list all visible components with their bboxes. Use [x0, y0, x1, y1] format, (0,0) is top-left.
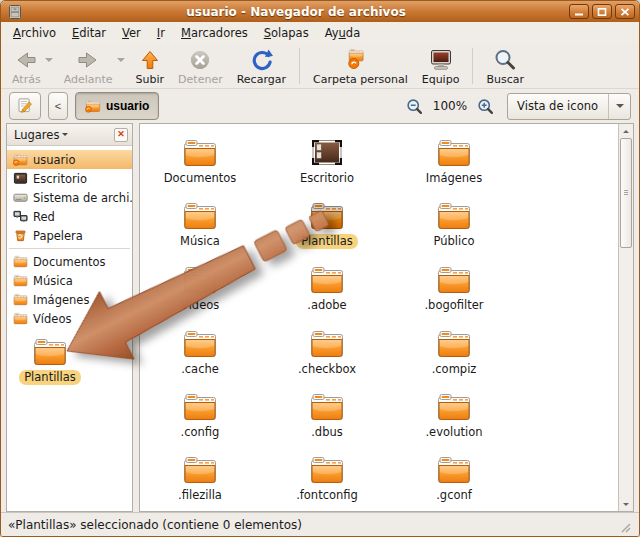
view-mode-select[interactable]: Vista de icono — [507, 93, 631, 120]
desktop-icon — [13, 171, 28, 186]
sidebar-item-sistema-de-archi-[interactable]: Sistema de archi... — [7, 188, 132, 207]
toolbar-button-detener[interactable]: Detener — [171, 44, 230, 88]
toolbar-button-adelante[interactable]: Adelante — [57, 44, 120, 88]
window-title: usuario - Navegador de archivos — [23, 5, 569, 19]
toolbar-button-equipo[interactable]: Equipo — [415, 44, 467, 88]
file-item-escritorio[interactable]: Escritorio — [267, 137, 387, 186]
file-item-dot-gconf[interactable]: .gconf — [394, 454, 514, 503]
file-item-dot-filezilla[interactable]: .filezilla — [140, 454, 260, 503]
folder — [436, 328, 472, 360]
sidebar-close-button[interactable]: ✕ — [114, 128, 128, 142]
sidebar-item-vídeos[interactable]: Vídeos — [7, 309, 132, 328]
chevron-down-icon — [609, 94, 630, 119]
zoom-level: 100% — [430, 99, 470, 113]
minimize-button[interactable] — [569, 4, 589, 19]
network-icon — [13, 209, 28, 224]
folder — [436, 391, 472, 423]
file-item-dot-fontconfig[interactable]: .fontconfig — [267, 454, 387, 503]
folder — [182, 454, 218, 486]
vertical-scrollbar[interactable] — [618, 124, 633, 511]
file-item-partial[interactable] — [267, 508, 387, 511]
path-button-usuario[interactable]: usuario — [75, 92, 159, 120]
forward-icon — [76, 48, 100, 72]
reload-icon — [249, 48, 273, 72]
folder — [309, 200, 345, 232]
sidebar-item-música[interactable]: Música — [7, 271, 132, 290]
titlebar[interactable]: usuario - Navegador de archivos — [1, 1, 639, 22]
zoom-out-icon[interactable] — [406, 98, 423, 115]
menu-item-solapas[interactable]: Solapas — [256, 24, 317, 42]
file-item-dot-config[interactable]: .config — [140, 391, 260, 440]
file-item-música[interactable]: Música — [140, 200, 260, 249]
toolbar-button-subir[interactable]: Subir — [129, 44, 172, 88]
toolbar-dropdown-chevron[interactable] — [44, 44, 55, 76]
file-item-vídeos[interactable]: Vídeos — [140, 264, 260, 313]
location-bar: < usuario 100% Vista de icono — [1, 89, 639, 123]
file-item-dot-dbus[interactable]: .dbus — [267, 391, 387, 440]
file-item-plantillas[interactable]: Plantillas — [267, 200, 387, 249]
toolbar-button-carpeta-personal[interactable]: Carpeta personal — [306, 44, 415, 88]
folder — [436, 508, 472, 511]
scroll-up-button[interactable] — [619, 124, 633, 138]
folder — [436, 454, 472, 486]
folder — [309, 454, 345, 486]
file-item-dot-compiz[interactable]: .compiz — [394, 328, 514, 377]
folder-icon — [13, 311, 28, 326]
toolbar: AtrásAdelanteSubirDetenerRecargarCarpeta… — [1, 43, 639, 89]
file-item-documentos[interactable]: Documentos — [140, 137, 260, 186]
folder-icon — [13, 292, 28, 307]
file-item-partial[interactable] — [140, 508, 260, 511]
file-item-partial[interactable] — [394, 508, 514, 511]
sidebar-item-red[interactable]: Red — [7, 207, 132, 226]
menu-item-marcadores[interactable]: Marcadores — [173, 24, 256, 42]
sidebar-item-papelera[interactable]: Papelera — [7, 226, 132, 245]
scrollbar-thumb[interactable] — [620, 138, 632, 248]
chevron-down-icon — [62, 133, 68, 139]
folder — [309, 391, 345, 423]
scroll-down-button[interactable] — [619, 497, 633, 511]
home-folder-icon — [13, 152, 28, 167]
toolbar-button-atrás[interactable]: Atrás — [5, 44, 48, 88]
stop-icon — [188, 48, 212, 72]
file-item-dot-cache[interactable]: .cache — [140, 328, 260, 377]
toolbar-button-recargar[interactable]: Recargar — [230, 44, 293, 88]
home-folder-icon — [85, 99, 101, 113]
file-item-público[interactable]: Público — [394, 200, 514, 249]
sidebar-item-documentos[interactable]: Documentos — [7, 252, 132, 271]
menu-item-ir[interactable]: Ir — [149, 24, 173, 42]
close-button[interactable] — [615, 4, 635, 19]
file-item-dot-adobe[interactable]: .adobe — [267, 264, 387, 313]
menubar: ArchivoEditarVerIrMarcadoresSolapasAyuda — [1, 22, 639, 43]
resize-grip[interactable] — [619, 521, 632, 534]
sidebar-header[interactable]: Lugares ✕ — [7, 124, 132, 146]
sidebar-item-escritorio[interactable]: Escritorio — [7, 169, 132, 188]
menu-item-archivo[interactable]: Archivo — [5, 24, 64, 42]
file-item-imágenes[interactable]: Imágenes — [394, 137, 514, 186]
sidebar-drop-item-plantillas[interactable]: Plantillas — [19, 336, 81, 385]
toolbar-button-buscar[interactable]: Buscar — [479, 44, 531, 88]
edit-location-button[interactable] — [9, 92, 41, 120]
computer-icon — [429, 48, 453, 72]
folder-icon — [32, 336, 68, 368]
menu-item-ver[interactable]: Ver — [114, 24, 149, 42]
folder — [182, 200, 218, 232]
sidebar-item-usuario[interactable]: usuario — [7, 150, 132, 169]
maximize-button[interactable] — [592, 4, 612, 19]
sidebar-item-imágenes[interactable]: Imágenes — [7, 290, 132, 309]
menu-item-editar[interactable]: Editar — [64, 24, 114, 42]
up-icon — [138, 48, 162, 72]
file-item-dot-bogofilter[interactable]: .bogofilter — [394, 264, 514, 313]
file-item-dot-checkbox[interactable]: .checkbox — [267, 328, 387, 377]
path-scroll-left-button[interactable]: < — [48, 92, 68, 120]
folder — [436, 137, 472, 169]
search-icon — [493, 48, 517, 72]
file-item-dot-evolution[interactable]: .evolution — [394, 391, 514, 440]
folder — [436, 200, 472, 232]
toolbar-separator — [299, 48, 300, 84]
toolbar-dropdown-chevron[interactable] — [116, 44, 127, 76]
menu-item-ayuda[interactable]: Ayuda — [317, 24, 369, 42]
zoom-in-icon[interactable] — [477, 98, 494, 115]
trash-icon — [13, 228, 28, 243]
folder — [436, 264, 472, 296]
edit-location-icon — [16, 95, 34, 117]
